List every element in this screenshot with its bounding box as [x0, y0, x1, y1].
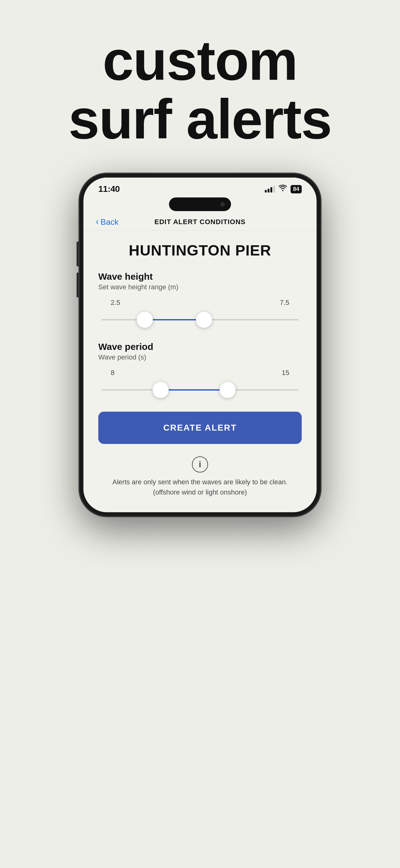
info-section: i Alerts are only sent when the waves ar… — [98, 456, 302, 497]
wave-period-slider-container: 8 15 — [98, 369, 302, 399]
wave-period-values: 8 15 — [101, 369, 299, 377]
status-bar: 11:40 — [84, 178, 316, 197]
signal-bar-3 — [270, 187, 272, 192]
wave-period-thumb-min[interactable] — [153, 382, 169, 398]
wave-period-thumb-max[interactable] — [220, 382, 236, 398]
create-alert-button[interactable]: CREATE ALERT — [98, 412, 302, 444]
wave-period-min-value: 8 — [111, 369, 114, 377]
battery-badge: 84 — [291, 185, 302, 193]
wave-height-values: 2.5 7.5 — [101, 299, 299, 307]
nav-title: EDIT ALERT CONDITIONS — [155, 218, 245, 226]
wave-period-section: Wave period Wave period (s) 8 15 — [98, 341, 302, 399]
wave-height-thumb-min[interactable] — [137, 312, 153, 328]
info-text: Alerts are only sent when the waves are … — [98, 477, 302, 497]
phone-frame: 11:40 — [79, 173, 321, 517]
wave-height-title: Wave height — [98, 271, 302, 282]
wave-period-track[interactable] — [101, 381, 299, 399]
wave-height-max-value: 7.5 — [280, 299, 289, 307]
info-icon: i — [192, 456, 208, 472]
camera-dot — [221, 202, 225, 207]
phone-screen: 11:40 — [84, 178, 316, 512]
hero-line1: custom — [103, 29, 297, 92]
signal-bar-2 — [268, 189, 269, 192]
hero-line2: surf alerts — [69, 88, 331, 150]
signal-bar-1 — [265, 190, 267, 192]
wave-height-section: Wave height Set wave height range (m) 2.… — [98, 271, 302, 329]
status-time: 11:40 — [98, 184, 120, 194]
hero-title: custom surf alerts — [25, 31, 375, 148]
signal-bars-icon — [265, 186, 275, 192]
wave-height-track[interactable] — [101, 310, 299, 329]
back-label: Back — [100, 217, 119, 227]
location-name: HUNTINGTON PIER — [98, 242, 302, 259]
wave-height-thumb-max[interactable] — [196, 312, 212, 328]
wave-height-subtitle: Set wave height range (m) — [98, 283, 302, 291]
status-icons: 84 — [265, 185, 302, 193]
wave-period-max-value: 15 — [282, 369, 289, 377]
signal-bar-4 — [273, 186, 275, 192]
screen-content: HUNTINGTON PIER Wave height Set wave hei… — [84, 231, 316, 512]
wave-period-fill — [161, 389, 228, 391]
wifi-icon — [278, 185, 288, 193]
wave-height-min-value: 2.5 — [111, 299, 120, 307]
create-alert-label: CREATE ALERT — [163, 423, 237, 432]
svg-point-0 — [282, 190, 284, 191]
wave-period-subtitle: Wave period (s) — [98, 353, 302, 361]
nav-bar: ‹ Back EDIT ALERT CONDITIONS — [84, 214, 316, 231]
wave-period-title: Wave period — [98, 341, 302, 352]
wave-height-slider-container: 2.5 7.5 — [98, 299, 302, 329]
dynamic-island — [169, 197, 231, 211]
back-chevron-icon: ‹ — [96, 217, 99, 227]
back-button[interactable]: ‹ Back — [96, 217, 119, 227]
hero-section: custom surf alerts — [0, 0, 400, 173]
wave-height-fill — [145, 319, 204, 320]
phone-wrapper: 11:40 — [79, 173, 321, 517]
